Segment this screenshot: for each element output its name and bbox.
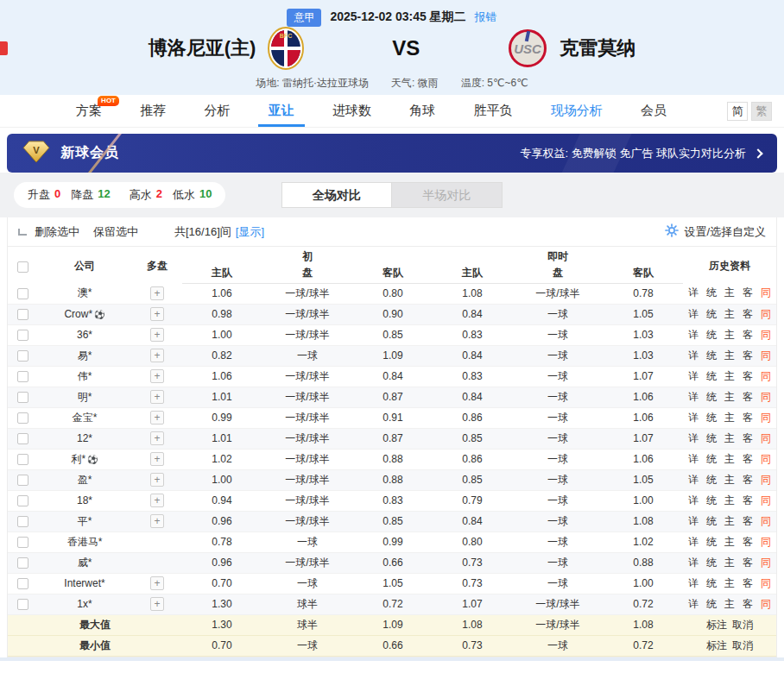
settings-customize-link[interactable]: 设置/选择自定义 [684,224,766,240]
history-link-same[interactable]: 同 [761,328,771,343]
history-link-away[interactable]: 客 [743,597,753,612]
lang-simplified-button[interactable]: 简 [727,102,748,121]
row-checkbox[interactable] [17,454,28,465]
history-link-away[interactable]: 客 [743,349,753,363]
expand-multi-button[interactable]: + [150,597,164,611]
row-checkbox[interactable] [17,350,28,362]
history-link-same[interactable]: 同 [761,307,771,322]
history-link-stat[interactable]: 统 [706,286,717,300]
show-link[interactable]: [显示] [236,224,264,240]
history-link-same[interactable]: 同 [761,349,771,363]
row-checkbox[interactable] [17,412,28,424]
lang-traditional-button[interactable]: 繁 [751,102,772,121]
history-link-detail[interactable]: 详 [688,411,699,425]
keep-selected-button[interactable]: 保留选中 [93,224,138,240]
history-link-stat[interactable]: 统 [706,494,717,508]
history-link-detail[interactable]: 详 [688,369,699,384]
expand-multi-button[interactable]: + [150,576,164,590]
history-link-away[interactable]: 客 [743,286,753,300]
history-link-same[interactable]: 同 [761,390,771,405]
history-link-home[interactable]: 主 [724,597,735,612]
history-link-stat[interactable]: 统 [706,411,717,425]
history-link-home[interactable]: 主 [724,473,735,487]
history-link-detail[interactable]: 详 [688,514,699,529]
nav-item-corners[interactable]: 角球 [409,95,435,127]
history-link-same[interactable]: 同 [761,535,771,550]
row-checkbox[interactable] [17,392,28,403]
expand-multi-button[interactable]: + [150,328,164,342]
tab-full-compare[interactable]: 全场对比 [281,182,392,208]
history-link-stat[interactable]: 统 [706,390,717,405]
history-link-home[interactable]: 主 [724,307,735,322]
select-all-checkbox[interactable] [17,261,28,273]
history-link-home[interactable]: 主 [724,452,735,467]
history-link-home[interactable]: 主 [724,390,735,405]
nav-item-goals[interactable]: 进球数 [332,95,371,127]
history-link-detail[interactable]: 详 [688,328,699,343]
history-link-detail[interactable]: 详 [688,535,699,550]
history-link-away[interactable]: 客 [743,473,753,487]
history-link-away[interactable]: 客 [743,452,753,467]
history-link-stat[interactable]: 统 [706,328,717,343]
summary-action-cancel[interactable]: 取消 [732,619,753,631]
history-link-away[interactable]: 客 [743,390,753,405]
expand-multi-button[interactable]: + [150,411,164,425]
history-link-stat[interactable]: 统 [706,349,717,363]
history-link-home[interactable]: 主 [724,535,735,550]
history-link-same[interactable]: 同 [761,286,771,300]
history-link-detail[interactable]: 详 [688,349,699,363]
row-checkbox[interactable] [17,516,28,527]
history-link-home[interactable]: 主 [724,556,735,570]
history-link-home[interactable]: 主 [724,411,735,425]
history-link-same[interactable]: 同 [761,473,771,487]
row-checkbox[interactable] [17,475,28,486]
history-link-detail[interactable]: 详 [688,286,699,300]
expand-multi-button[interactable]: + [150,494,164,507]
history-link-home[interactable]: 主 [724,576,735,591]
history-link-home[interactable]: 主 [724,286,735,300]
row-checkbox[interactable] [17,433,28,444]
tab-half-compare[interactable]: 半场对比 [392,182,503,208]
history-link-home[interactable]: 主 [724,494,735,508]
row-checkbox[interactable] [17,330,28,341]
nav-item-win-draw-lose[interactable]: 胜平负 [474,95,513,127]
history-link-stat[interactable]: 统 [706,369,717,384]
history-link-stat[interactable]: 统 [706,556,717,570]
summary-action-mark[interactable]: 标注 [706,619,727,631]
history-link-away[interactable]: 客 [743,514,753,529]
nav-item-asian-handicap[interactable]: 亚让 [269,95,294,127]
expand-multi-button[interactable]: + [150,307,164,321]
expand-multi-button[interactable]: + [150,514,164,528]
history-link-away[interactable]: 客 [743,328,753,343]
row-checkbox[interactable] [17,371,28,382]
history-link-away[interactable]: 客 [743,369,753,384]
history-link-detail[interactable]: 详 [688,473,699,487]
history-link-home[interactable]: 主 [724,431,735,446]
nav-item-recommend[interactable]: 推荐 [140,95,166,127]
nav-item-live-analysis[interactable]: 现场分析 [551,95,603,127]
history-link-detail[interactable]: 详 [688,556,699,570]
history-link-detail[interactable]: 详 [688,494,699,508]
history-link-same[interactable]: 同 [761,369,771,384]
expand-multi-button[interactable]: + [150,452,164,466]
history-link-same[interactable]: 同 [761,431,771,446]
history-link-stat[interactable]: 统 [706,431,717,446]
history-link-stat[interactable]: 统 [706,514,717,529]
history-link-same[interactable]: 同 [761,514,771,529]
history-link-stat[interactable]: 统 [706,576,717,591]
row-checkbox[interactable] [17,557,28,569]
history-link-stat[interactable]: 统 [706,452,717,467]
expand-multi-button[interactable]: + [150,390,164,404]
history-link-same[interactable]: 同 [761,597,771,612]
history-link-away[interactable]: 客 [743,576,753,591]
history-link-detail[interactable]: 详 [688,431,699,446]
history-link-detail[interactable]: 详 [688,390,699,405]
expand-multi-button[interactable]: + [150,369,164,383]
row-checkbox[interactable] [17,309,28,320]
history-link-same[interactable]: 同 [761,576,771,591]
row-checkbox[interactable] [17,495,28,506]
history-link-detail[interactable]: 详 [688,452,699,467]
history-link-detail[interactable]: 详 [688,307,699,322]
history-link-detail[interactable]: 详 [688,576,699,591]
side-widget-flag[interactable] [0,41,8,55]
